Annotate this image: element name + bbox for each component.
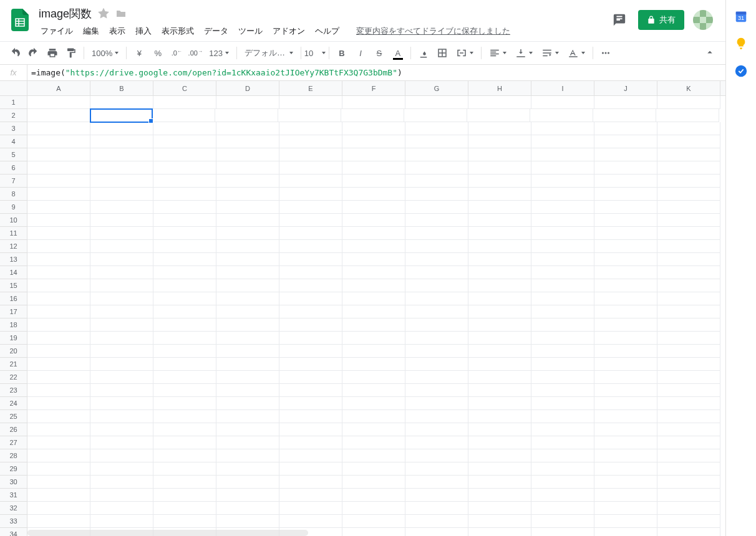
row-header[interactable]: 26 xyxy=(0,423,27,436)
cell[interactable] xyxy=(531,318,594,332)
row-header[interactable]: 18 xyxy=(0,318,27,332)
cell[interactable] xyxy=(342,148,405,161)
row-header[interactable]: 22 xyxy=(0,371,27,384)
cell[interactable] xyxy=(153,292,216,305)
cell[interactable] xyxy=(405,188,468,201)
cell[interactable] xyxy=(27,305,90,318)
cell[interactable] xyxy=(657,489,720,502)
cell[interactable] xyxy=(657,423,720,436)
row-header[interactable]: 27 xyxy=(0,436,27,449)
row-header[interactable]: 28 xyxy=(0,449,27,462)
column-header[interactable]: D xyxy=(216,81,279,95)
cell[interactable] xyxy=(468,397,531,410)
decrease-decimal-button[interactable]: .0← xyxy=(168,44,185,62)
cell[interactable] xyxy=(405,161,468,175)
cell[interactable] xyxy=(216,436,279,449)
cell[interactable] xyxy=(27,423,90,436)
row-header[interactable]: 34 xyxy=(0,528,27,536)
cell[interactable] xyxy=(405,266,468,279)
row-header[interactable]: 6 xyxy=(0,161,27,175)
cell[interactable] xyxy=(90,227,153,240)
cell[interactable] xyxy=(342,161,405,175)
cell[interactable] xyxy=(216,358,279,371)
cell[interactable] xyxy=(594,449,657,462)
column-header[interactable]: K xyxy=(657,81,720,95)
cell[interactable] xyxy=(467,109,530,122)
cell[interactable] xyxy=(468,161,531,175)
cell[interactable] xyxy=(279,292,342,305)
cell[interactable] xyxy=(279,135,342,148)
cell[interactable] xyxy=(90,108,153,123)
undo-button[interactable] xyxy=(6,44,24,62)
cell[interactable] xyxy=(468,423,531,436)
text-rotation-dropdown[interactable] xyxy=(564,44,589,62)
cell[interactable] xyxy=(594,397,657,410)
cell[interactable] xyxy=(594,266,657,279)
cell[interactable] xyxy=(153,96,216,109)
cell[interactable] xyxy=(90,476,153,489)
cell[interactable] xyxy=(531,214,594,227)
cell[interactable] xyxy=(27,240,90,253)
cell[interactable] xyxy=(531,266,594,279)
cell[interactable] xyxy=(594,201,657,214)
cell[interactable] xyxy=(468,240,531,253)
font-dropdown[interactable]: デフォルト… xyxy=(241,44,297,62)
cell[interactable] xyxy=(531,345,594,358)
cell[interactable] xyxy=(405,201,468,214)
cell[interactable] xyxy=(594,135,657,148)
cell[interactable] xyxy=(657,397,720,410)
cell[interactable] xyxy=(279,122,342,135)
cell[interactable] xyxy=(342,240,405,253)
account-avatar[interactable] xyxy=(693,10,713,30)
cell[interactable] xyxy=(342,175,405,188)
cell[interactable] xyxy=(405,410,468,423)
font-size-dropdown[interactable]: 10 xyxy=(305,44,325,62)
cell[interactable] xyxy=(593,109,656,122)
cell[interactable] xyxy=(405,292,468,305)
cell[interactable] xyxy=(27,449,90,462)
cell[interactable] xyxy=(405,489,468,502)
cell[interactable] xyxy=(153,240,216,253)
cell[interactable] xyxy=(90,462,153,476)
row-header[interactable]: 7 xyxy=(0,175,27,188)
cell[interactable] xyxy=(594,462,657,476)
cell[interactable] xyxy=(468,410,531,423)
cell[interactable] xyxy=(216,476,279,489)
redo-button[interactable] xyxy=(25,44,42,62)
cell[interactable] xyxy=(531,358,594,371)
cell[interactable] xyxy=(657,135,720,148)
cell[interactable] xyxy=(405,240,468,253)
cell[interactable] xyxy=(656,109,719,122)
cell[interactable] xyxy=(153,476,216,489)
column-header[interactable]: I xyxy=(531,81,594,95)
cell[interactable] xyxy=(468,489,531,502)
cell[interactable] xyxy=(405,253,468,266)
cell[interactable] xyxy=(90,96,153,109)
cell[interactable] xyxy=(594,240,657,253)
cell[interactable] xyxy=(405,318,468,332)
column-header[interactable]: B xyxy=(90,81,153,95)
cell[interactable] xyxy=(216,227,279,240)
cell[interactable] xyxy=(405,449,468,462)
cell[interactable] xyxy=(279,148,342,161)
cell[interactable] xyxy=(405,96,468,109)
cell[interactable] xyxy=(657,175,720,188)
cell[interactable] xyxy=(657,188,720,201)
cell[interactable] xyxy=(594,332,657,345)
cell[interactable] xyxy=(342,96,405,109)
cell[interactable] xyxy=(90,410,153,423)
cell[interactable] xyxy=(468,279,531,292)
cell[interactable] xyxy=(657,384,720,397)
cell[interactable] xyxy=(405,476,468,489)
cell[interactable] xyxy=(531,489,594,502)
cell[interactable] xyxy=(279,96,342,109)
strikethrough-button[interactable]: S xyxy=(371,44,388,62)
cell[interactable] xyxy=(216,318,279,332)
cell[interactable] xyxy=(531,305,594,318)
cell[interactable] xyxy=(531,462,594,476)
cell[interactable] xyxy=(216,305,279,318)
cell[interactable] xyxy=(90,188,153,201)
cell[interactable] xyxy=(342,292,405,305)
cell[interactable] xyxy=(90,436,153,449)
cell[interactable] xyxy=(531,397,594,410)
